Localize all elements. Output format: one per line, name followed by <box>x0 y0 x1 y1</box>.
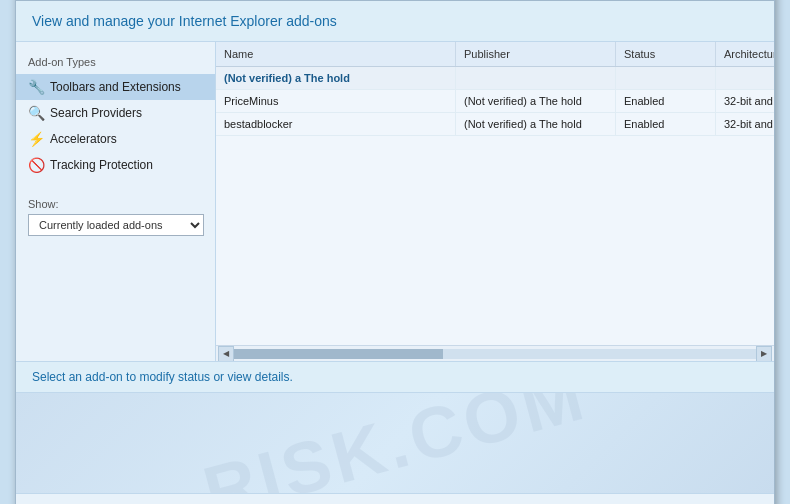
col-architecture[interactable]: Architecture <box>716 42 774 66</box>
sidebar-item-search-label: Search Providers <box>50 106 142 120</box>
accelerators-icon: ⚡ <box>28 131 44 147</box>
addon-types-label: Add-on Types <box>16 52 215 74</box>
scroll-right-arrow[interactable]: ▶ <box>756 346 772 362</box>
row2-name: bestadblocker <box>216 113 456 135</box>
show-label: Show: <box>28 198 203 210</box>
tracking-icon: 🚫 <box>28 157 44 173</box>
content-area: Add-on Types 🔧 Toolbars and Extensions 🔍… <box>16 42 774 362</box>
row1-architecture: 32-bit and ... <box>716 90 774 112</box>
watermark: RISK.COM <box>195 393 595 493</box>
group-publisher <box>456 67 616 89</box>
table-header: Name Publisher Status Architecture Load … <box>216 42 774 67</box>
sidebar-item-toolbars[interactable]: 🔧 Toolbars and Extensions <box>16 74 215 100</box>
group-status <box>616 67 716 89</box>
sidebar-item-toolbars-label: Toolbars and Extensions <box>50 80 181 94</box>
horizontal-scrollbar[interactable]: ◀ ▶ <box>216 345 774 361</box>
manage-addons-window: Manage Add-ons ✕ View and manage your In… <box>15 0 775 504</box>
sidebar-item-search[interactable]: 🔍 Search Providers <box>16 100 215 126</box>
watermark-area: RISK.COM <box>16 393 774 493</box>
status-bar: Select an add-on to modify status or vie… <box>16 362 774 393</box>
status-text: Select an add-on to modify status or vie… <box>32 370 293 384</box>
sidebar-item-accelerators-label: Accelerators <box>50 132 117 146</box>
group-architecture <box>716 67 774 89</box>
row1-name: PriceMinus <box>216 90 456 112</box>
group-name: (Not verified) a The hold <box>216 67 456 89</box>
sidebar-item-tracking[interactable]: 🚫 Tracking Protection <box>16 152 215 178</box>
show-dropdown[interactable]: Currently loaded add-ons All add-ons Dow… <box>28 214 204 236</box>
header-bar: View and manage your Internet Explorer a… <box>16 1 774 42</box>
row2-publisher: (Not verified) a The hold <box>456 113 616 135</box>
table-body: (Not verified) a The hold PriceMinus (No… <box>216 67 774 345</box>
toolbars-icon: 🔧 <box>28 79 44 95</box>
footer: Find more toolbars and extensions... Lea… <box>16 493 774 504</box>
table-row[interactable]: (Not verified) a The hold <box>216 67 774 90</box>
table-row[interactable]: bestadblocker (Not verified) a The hold … <box>216 113 774 136</box>
main-panel: Name Publisher Status Architecture Load … <box>216 42 774 361</box>
scrollbar-track[interactable] <box>234 349 756 359</box>
header-text: View and manage your Internet Explorer a… <box>32 13 337 29</box>
sidebar: Add-on Types 🔧 Toolbars and Extensions 🔍… <box>16 42 216 361</box>
scroll-left-arrow[interactable]: ◀ <box>218 346 234 362</box>
col-publisher[interactable]: Publisher <box>456 42 616 66</box>
show-section: Show: Currently loaded add-ons All add-o… <box>16 188 215 246</box>
sidebar-item-tracking-label: Tracking Protection <box>50 158 153 172</box>
row1-publisher: (Not verified) a The hold <box>456 90 616 112</box>
table-row[interactable]: PriceMinus (Not verified) a The hold Ena… <box>216 90 774 113</box>
row2-architecture: 32-bit and ... <box>716 113 774 135</box>
row1-status: Enabled <box>616 90 716 112</box>
sidebar-item-accelerators[interactable]: ⚡ Accelerators <box>16 126 215 152</box>
scrollbar-thumb[interactable] <box>234 349 443 359</box>
col-status[interactable]: Status <box>616 42 716 66</box>
row2-status: Enabled <box>616 113 716 135</box>
search-icon: 🔍 <box>28 105 44 121</box>
col-name[interactable]: Name <box>216 42 456 66</box>
